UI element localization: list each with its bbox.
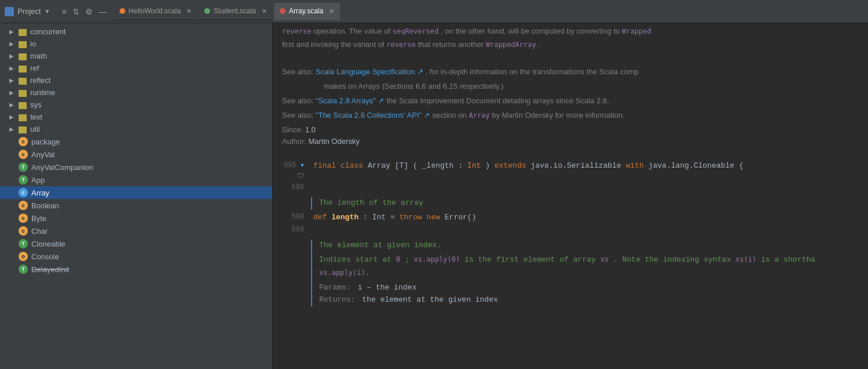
- project-icon: [5, 7, 14, 16]
- sidebar-item-char[interactable]: c Char: [0, 225, 272, 237]
- minimize-icon[interactable]: —: [99, 7, 107, 16]
- kw-extends: extends: [494, 161, 530, 170]
- sidebar-item-package[interactable]: c package: [0, 135, 272, 148]
- doc-code-0: 0: [396, 255, 400, 263]
- sidebar-label-array: Array: [31, 189, 49, 197]
- params-value: i – the index: [357, 283, 416, 292]
- param-length: _length: [422, 161, 454, 170]
- see-also-3-link[interactable]: "The Scala 2.8 Collections' API" ↗: [316, 111, 431, 120]
- sidebar-label-concurrent: concurrent: [30, 27, 66, 36]
- toolbar-icons: ≡ ⇅ ⚙ —: [62, 7, 106, 16]
- doc-code-apply: xs.apply(0): [414, 255, 460, 263]
- doc-block-2-prefix: Indices start at: [319, 255, 396, 264]
- kw-class: class: [341, 161, 368, 170]
- sidebar-item-sys[interactable]: ▶ sys: [0, 99, 272, 111]
- sidebar-item-boolean[interactable]: c Boolean: [0, 199, 272, 212]
- code-line-598: 598 def length : Int = throw new Error(): [282, 212, 859, 225]
- see-also-3: See also: "The Scala 2.8 Collections' AP…: [282, 110, 859, 122]
- class-icon-byte: c: [19, 214, 28, 223]
- arrow-runtime: ▶: [9, 89, 16, 96]
- sidebar-item-byte[interactable]: c Byte: [0, 212, 272, 225]
- sidebar-label-console: Console: [31, 252, 59, 261]
- sidebar-item-anyval[interactable]: c AnyVal: [0, 148, 272, 161]
- sidebar-item-ref[interactable]: ▶ ref: [0, 62, 272, 74]
- project-dropdown-icon[interactable]: ▼: [44, 8, 50, 15]
- sidebar-item-app[interactable]: T App: [0, 173, 272, 186]
- tab-student[interactable]: Student.scala ✕: [198, 3, 273, 20]
- line-598-content: def length : Int = throw new Error(): [311, 212, 859, 224]
- paren-close: ): [486, 161, 495, 170]
- see-also-3-rest: section on: [432, 111, 469, 120]
- doc-block-2-sep: ;: [405, 255, 414, 264]
- sidebar-item-reflect[interactable]: ▶ reflect: [0, 74, 272, 86]
- sidebar-label-boolean: Boolean: [31, 201, 59, 210]
- tab-helloworld-close[interactable]: ✕: [186, 8, 191, 15]
- doc-block-2-note: . Note the indexing syntax: [613, 255, 736, 264]
- line-num-599: 599: [282, 225, 311, 236]
- sidebar-item-delayedinit[interactable]: T DelayedInit: [0, 263, 272, 276]
- colon: :: [458, 161, 468, 170]
- sidebar-item-math[interactable]: ▶ math: [0, 50, 272, 62]
- sidebar-label-package: package: [31, 138, 60, 146]
- tab-helloworld[interactable]: HelloWorld.scala ✕: [114, 3, 198, 20]
- doc-params: Params: i – the index: [319, 282, 815, 294]
- cloneable: java.lang.Cloneable {: [648, 161, 743, 170]
- line-num-595: 595 ▼ 🛡: [282, 160, 311, 182]
- sidebar-item-text[interactable]: ▶ text: [0, 111, 272, 123]
- tab-student-close[interactable]: ✕: [262, 8, 267, 15]
- class-icon-cloneable: T: [19, 239, 28, 248]
- arrow-ref: ▶: [9, 65, 16, 71]
- expand-icon[interactable]: ⇅: [73, 7, 79, 16]
- doc-block-2-text1: The element at given index.: [319, 240, 815, 252]
- sidebar-item-console[interactable]: o Console: [0, 250, 272, 263]
- settings-icon[interactable]: ⚙: [85, 7, 93, 16]
- kw-final: final: [313, 161, 341, 170]
- arrow-util: ▶: [9, 126, 16, 132]
- line-num-spacer2: [282, 237, 311, 308]
- sidebar-item-runtime[interactable]: ▶ runtime: [0, 86, 272, 99]
- editor-area[interactable]: reverse operation. The value of seqRever…: [273, 23, 868, 369]
- class-icon-boolean: c: [19, 201, 28, 210]
- tab-array-label: Array.scala: [289, 7, 323, 15]
- doc-code-xsi: xs(i): [736, 255, 757, 263]
- folder-icon-runtime: [19, 90, 27, 97]
- paren-open: (: [413, 161, 418, 170]
- sidebar-item-util[interactable]: ▶ util: [0, 123, 272, 135]
- sidebar-item-io[interactable]: ▶ io: [0, 38, 272, 50]
- doc-block-2-container: The element at given index. Indices star…: [282, 237, 859, 308]
- sidebar-item-concurrent[interactable]: ▶ concurrent: [0, 26, 272, 38]
- sidebar-label-io: io: [30, 39, 36, 48]
- tab-array[interactable]: Array.scala ✕: [274, 3, 340, 20]
- doc-line-2: first and invoking the variant of revers…: [282, 39, 859, 51]
- shield-icon-595: 🛡: [297, 172, 304, 180]
- class-icon-array: c: [19, 188, 28, 197]
- sidebar-item-array[interactable]: c Array: [0, 186, 272, 199]
- sidebar-label-char: Char: [31, 227, 48, 236]
- sidebar-label-app: App: [31, 176, 45, 184]
- line-595-icon: ▼: [301, 162, 304, 169]
- params-label: Params:: [319, 283, 351, 292]
- collapse-all-icon[interactable]: ≡: [62, 7, 66, 16]
- see-also-1-rest: , for in-depth information on the transf…: [425, 67, 638, 76]
- project-text: Project: [17, 7, 41, 16]
- see-also-2-link[interactable]: "Scala 2.8 Arrays" ↗: [316, 96, 385, 105]
- folder-icon-math: [19, 53, 27, 60]
- tab-student-label: Student.scala: [214, 7, 256, 15]
- sidebar-item-anyvalcompanion[interactable]: T AnyValCompanion: [0, 161, 272, 173]
- doc-returns: Returns: the element at the given index: [319, 294, 815, 306]
- sidebar-item-cloneable[interactable]: T Cloneable: [0, 237, 272, 250]
- line-num-596: 596: [282, 182, 311, 193]
- see-also-1b: makes on Arrays (Sections 6.6 and 6.15 r…: [282, 81, 859, 93]
- class-array-name: Array: [368, 161, 390, 170]
- tab-helloworld-label: HelloWorld.scala: [129, 7, 181, 15]
- returns-label: Returns:: [319, 295, 355, 304]
- serializable: java.io.Serializable: [531, 161, 626, 170]
- see-also-1: See also: Scala Language Specification ↗…: [282, 66, 859, 78]
- arrow-math: ▶: [9, 53, 16, 59]
- code-line-595: 595 ▼ 🛡 final class Array [T] ( _length …: [282, 160, 859, 182]
- see-also-1-link[interactable]: Scala Language Specification ↗: [316, 67, 424, 76]
- tab-array-close[interactable]: ✕: [329, 8, 334, 15]
- project-sidebar[interactable]: ▶ concurrent ▶ io ▶ math ▶ ref ▶ reflect…: [0, 23, 273, 369]
- folder-icon-io: [19, 41, 27, 48]
- doc-block-2-text3: xs.apply(i).: [319, 267, 815, 278]
